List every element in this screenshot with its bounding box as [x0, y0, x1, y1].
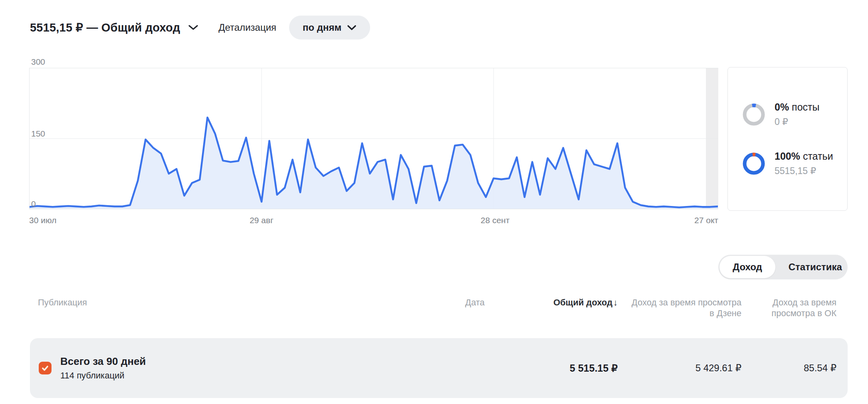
legend-donut	[743, 103, 765, 126]
detail-label: Детализация	[218, 22, 276, 33]
x-axis-tick-2: 29 авг	[250, 216, 273, 225]
chevron-down-icon	[188, 24, 198, 31]
chevron-down-icon	[347, 25, 357, 31]
legend-donut	[743, 152, 765, 175]
col-header-total-income[interactable]: Общий доход↓	[503, 297, 629, 319]
page-title: 5515,15 ₽ — Общий доход	[30, 21, 180, 34]
y-axis-tick-150: 150	[31, 129, 45, 138]
chart-series-svg	[30, 68, 718, 209]
table-row-total[interactable]: Всего за 90 дней 114 публикаций 5 515.15…	[30, 338, 848, 398]
col-header-publication: Публикация	[30, 297, 443, 319]
income-area-chart[interactable]: 300 150 0	[29, 68, 718, 209]
row-total-income: 5 515.15 ₽	[503, 362, 629, 374]
legend-posts-percent: 0%	[775, 101, 789, 113]
legend-posts-line: 0% посты	[775, 101, 819, 113]
col-header-date: Дата	[443, 297, 503, 319]
legend-posts-amount: 0 ₽	[775, 117, 819, 127]
legend-item-articles: 100% статьи 5515,15 ₽	[743, 151, 847, 176]
period-dropdown-value: по дням	[303, 22, 341, 33]
x-axis-tick-3: 28 сент	[481, 216, 510, 225]
tab-statistics[interactable]: Статистика	[775, 256, 855, 278]
row-subtitle: 114 публикаций	[60, 370, 146, 381]
legend-articles-label: статьи	[803, 151, 833, 162]
col-header-zen-income[interactable]: Доход за время просмотра в Дзене	[629, 297, 753, 319]
period-dropdown-button[interactable]: по дням	[289, 16, 370, 40]
income-statistics-tabs: Доход Статистика	[718, 255, 848, 279]
header-row: 5515,15 ₽ — Общий доход Детализация по д…	[30, 15, 370, 40]
row-zen-income: 5 429.61 ₽	[629, 362, 753, 374]
legend-articles-percent: 100%	[775, 151, 800, 162]
x-axis-tick-1: 30 июл	[29, 216, 56, 225]
y-axis-tick-0: 0	[31, 200, 36, 208]
y-axis-tick-300: 300	[31, 57, 45, 66]
income-breakdown-card: 0% посты 0 ₽ 100% статьи 5515,15 ₽	[727, 67, 848, 211]
x-axis: 30 июл 29 авг 28 сент 27 окт	[29, 216, 718, 226]
title-dropdown[interactable]	[188, 24, 198, 31]
legend-articles-line: 100% статьи	[775, 151, 833, 162]
row-checkbox-checked[interactable]	[39, 362, 52, 374]
checkmark-icon	[41, 364, 50, 372]
row-ok-income: 85.54 ₽	[753, 362, 848, 374]
x-axis-tick-4: 27 окт	[694, 216, 718, 225]
legend-posts-label: посты	[792, 101, 819, 113]
tab-income[interactable]: Доход	[719, 256, 775, 278]
legend-articles-amount: 5515,15 ₽	[775, 166, 833, 176]
legend-item-posts: 0% посты 0 ₽	[743, 101, 847, 127]
table-header-row: Публикация Дата Общий доход↓ Доход за вр…	[30, 297, 848, 319]
row-title: Всего за 90 дней	[60, 355, 146, 367]
sort-desc-icon: ↓	[613, 297, 618, 307]
col-header-ok-income[interactable]: Доход за время просмотра в ОК	[753, 297, 848, 319]
